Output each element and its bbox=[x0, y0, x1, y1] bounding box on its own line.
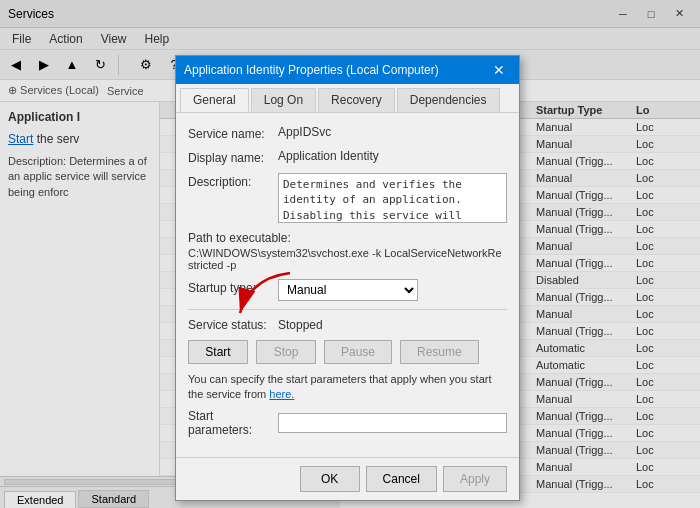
pause-service-button[interactable]: Pause bbox=[324, 340, 392, 364]
modal-close-button[interactable]: ✕ bbox=[487, 60, 511, 80]
start-params-row: Start parameters: bbox=[188, 409, 507, 437]
service-name-label: Service name: bbox=[188, 125, 278, 141]
display-name-value: Application Identity bbox=[278, 149, 507, 163]
tab-logon[interactable]: Log On bbox=[251, 88, 316, 112]
hint-text: You can specify the start parameters tha… bbox=[188, 372, 507, 403]
display-name-row: Display name: Application Identity bbox=[188, 149, 507, 165]
start-service-button[interactable]: Start bbox=[188, 340, 248, 364]
cancel-button[interactable]: Cancel bbox=[366, 466, 437, 492]
separator-1 bbox=[188, 309, 507, 310]
tab-dependencies[interactable]: Dependencies bbox=[397, 88, 500, 112]
ok-button[interactable]: OK bbox=[300, 466, 360, 492]
modal-titlebar: Application Identity Properties (Local C… bbox=[176, 56, 519, 84]
modal-tabs: General Log On Recovery Dependencies bbox=[176, 84, 519, 113]
service-control-buttons: Start Stop Pause Resume bbox=[188, 340, 507, 364]
start-params-label: Start parameters: bbox=[188, 409, 278, 437]
description-label: Description: bbox=[188, 173, 278, 189]
modal-footer: OK Cancel Apply bbox=[176, 457, 519, 500]
service-name-value: AppIDSvc bbox=[278, 125, 507, 139]
path-section: Path to executable: C:\WINDOWS\system32\… bbox=[188, 231, 507, 271]
path-label: Path to executable: bbox=[188, 231, 507, 245]
service-status-value: Stopped bbox=[278, 318, 323, 332]
modal-title: Application Identity Properties (Local C… bbox=[184, 63, 487, 77]
service-status-row: Service status: Stopped bbox=[188, 318, 507, 332]
apply-button[interactable]: Apply bbox=[443, 466, 507, 492]
description-row: Description: bbox=[188, 173, 507, 223]
startup-select[interactable]: Automatic Automatic (Delayed Start) Manu… bbox=[278, 279, 418, 301]
properties-dialog: Application Identity Properties (Local C… bbox=[175, 55, 520, 501]
service-status-label: Service status: bbox=[188, 318, 278, 332]
startup-label: Startup type: bbox=[188, 279, 278, 295]
display-name-label: Display name: bbox=[188, 149, 278, 165]
modal-body: Service name: AppIDSvc Display name: App… bbox=[176, 113, 519, 457]
tab-recovery[interactable]: Recovery bbox=[318, 88, 395, 112]
stop-service-button[interactable]: Stop bbox=[256, 340, 316, 364]
startup-row: Startup type: Automatic Automatic (Delay… bbox=[188, 279, 507, 301]
start-params-input[interactable] bbox=[278, 413, 507, 433]
resume-service-button[interactable]: Resume bbox=[400, 340, 479, 364]
service-name-row: Service name: AppIDSvc bbox=[188, 125, 507, 141]
description-textarea[interactable] bbox=[278, 173, 507, 223]
hint-link[interactable]: here. bbox=[269, 388, 294, 400]
path-value: C:\WINDOWS\system32\svchost.exe -k Local… bbox=[188, 247, 507, 271]
tab-general[interactable]: General bbox=[180, 88, 249, 112]
